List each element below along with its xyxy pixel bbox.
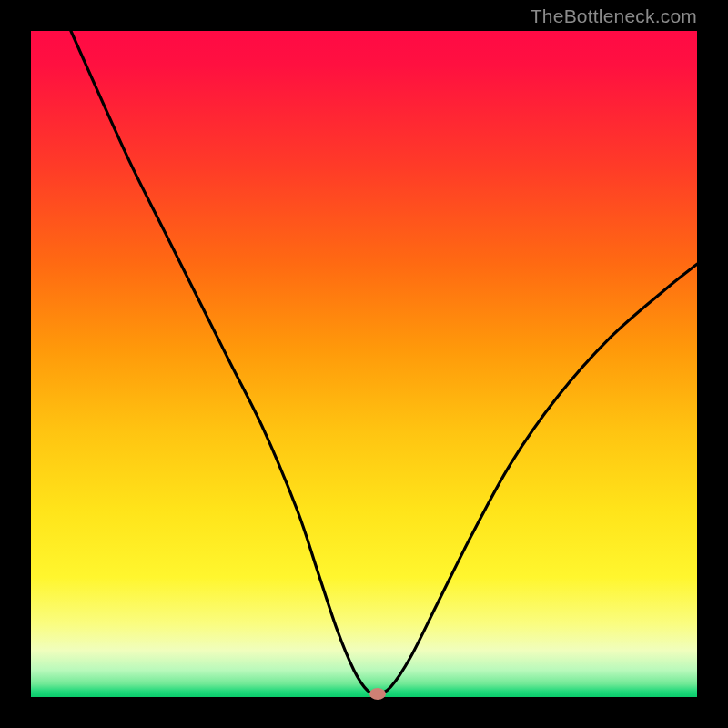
chart-container: TheBottleneck.com — [0, 0, 728, 728]
watermark: TheBottleneck.com — [531, 5, 697, 27]
curve-svg — [31, 31, 697, 697]
minimum-marker — [369, 688, 386, 700]
bottleneck-curve — [71, 31, 697, 694]
plot-area — [31, 31, 697, 697]
